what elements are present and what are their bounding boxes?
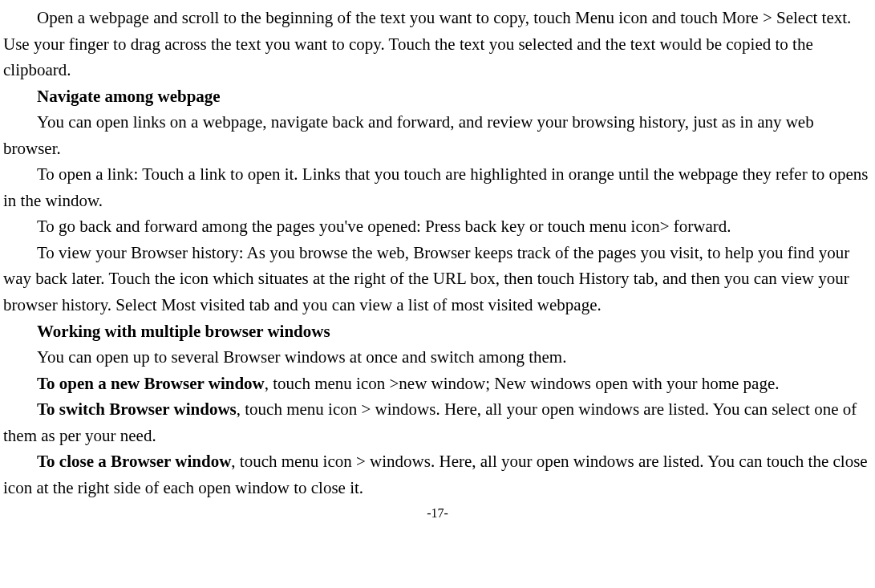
paragraph-switch-windows: To switch Browser windows, touch menu ic… — [3, 396, 872, 448]
text-open-new-window: , touch menu icon >new window; New windo… — [265, 374, 780, 393]
paragraph-open-link: To open a link: Touch a link to open it.… — [3, 161, 872, 213]
paragraph-navigate-intro: You can open links on a webpage, navigat… — [3, 109, 872, 161]
paragraph-open-new-window: To open a new Browser window, touch menu… — [3, 371, 872, 397]
paragraph-browser-history: To view your Browser history: As you bro… — [3, 240, 872, 318]
paragraph-multiple-windows-intro: You can open up to several Browser windo… — [3, 344, 872, 371]
paragraph-close-window: To close a Browser window, touch menu ic… — [3, 448, 872, 501]
page-number: -17- — [3, 504, 872, 524]
label-switch-windows: To switch Browser windows — [37, 399, 237, 419]
label-open-new-window: To open a new Browser window — [37, 374, 265, 393]
paragraph-copy-text: Open a webpage and scroll to the beginni… — [3, 5, 872, 83]
heading-multiple-windows: Working with multiple browser windows — [3, 318, 872, 345]
document-page: Open a webpage and scroll to the beginni… — [0, 0, 875, 524]
label-close-window: To close a Browser window — [37, 452, 231, 471]
heading-navigate: Navigate among webpage — [3, 83, 872, 110]
paragraph-back-forward: To go back and forward among the pages y… — [3, 213, 872, 240]
